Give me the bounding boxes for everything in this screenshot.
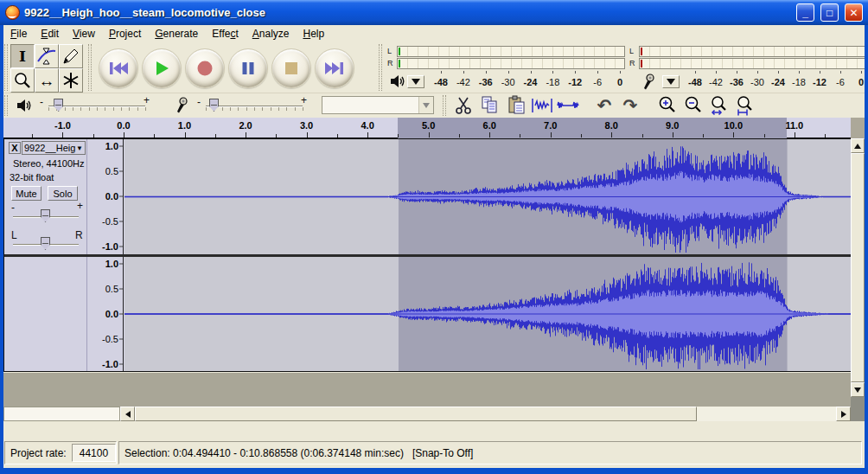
track-area: X 9922__Heig▼ Stereo, 44100Hz 32-bit flo… [3, 138, 851, 372]
vruler-tick [119, 339, 123, 340]
ruler-tick [337, 134, 338, 138]
edit-fit-selection-button[interactable] [707, 94, 731, 116]
gain-slider-thumb[interactable] [41, 209, 50, 222]
hscroll-thumb[interactable] [135, 407, 697, 421]
menu-effect[interactable]: Effect [205, 26, 245, 42]
minimize-button[interactable]: _ [796, 3, 814, 22]
tool-multi-tool[interactable] [59, 68, 83, 93]
scroll-up-button[interactable] [851, 138, 865, 153]
menu-help[interactable]: Help [296, 26, 331, 42]
window-border-left [0, 25, 3, 474]
edit-silence-button[interactable] [556, 94, 580, 116]
ruler-label: -1.0 [54, 120, 71, 131]
project-rate-value[interactable]: 44100 [72, 444, 116, 462]
menu-generate[interactable]: Generate [148, 26, 205, 42]
meter-input-dropdown[interactable] [662, 75, 680, 88]
menu-file[interactable]: File [3, 26, 34, 42]
vertical-scrollbar[interactable] [851, 138, 865, 397]
edit-cut-button[interactable] [451, 94, 475, 116]
menu-project[interactable]: Project [102, 26, 148, 42]
meter-output-dropdown[interactable] [407, 75, 424, 88]
vscroll-thumb[interactable] [851, 153, 865, 382]
scroll-down-button[interactable] [851, 382, 865, 397]
ruler-label: 7.0 [544, 120, 557, 131]
toolbar-grip[interactable] [379, 44, 382, 91]
mute-button[interactable]: Mute [11, 186, 41, 201]
menu-view[interactable]: View [66, 26, 102, 42]
edit-redo-button[interactable]: ↷ [618, 94, 642, 116]
meter-input-L-label: L [629, 47, 634, 55]
edit-fit-project-button[interactable] [733, 94, 757, 116]
tool-selection-tool[interactable]: I [10, 44, 35, 68]
edit-paste-button[interactable] [505, 94, 529, 116]
tool-draw-tool[interactable] [59, 44, 83, 68]
db-label: 0 [858, 77, 864, 87]
ruler-label: 2.0 [239, 120, 252, 131]
db-tick [716, 71, 717, 74]
track-title-menu[interactable]: 9922__Heig▼ [22, 141, 86, 155]
transport-record-button[interactable] [185, 48, 225, 88]
close-button[interactable]: ✕ [845, 3, 863, 22]
ruler-tick [611, 132, 612, 138]
db-tick [597, 71, 598, 74]
horizontal-scrollbar[interactable] [3, 407, 865, 421]
edit-zoom-in-button[interactable] [655, 94, 680, 116]
maximize-button[interactable]: □ [820, 3, 839, 22]
edit-zoom-out-button[interactable] [681, 94, 705, 116]
scrollbar-corner [851, 397, 865, 421]
up-arrow-icon [854, 144, 861, 149]
input-volume-slider-thumb[interactable] [209, 99, 219, 112]
waveform-left-channel[interactable] [124, 139, 851, 254]
transport-play-button[interactable] [142, 48, 182, 88]
transport-rewind-button[interactable] [99, 48, 138, 88]
scroll-right-button[interactable] [836, 407, 851, 421]
timeline-ruler[interactable]: -1.00.01.02.03.04.05.06.07.08.09.010.011… [3, 118, 851, 138]
window-border-right [865, 25, 868, 474]
dropdown-arrow-icon [423, 103, 430, 108]
pan-slider-thumb[interactable] [41, 237, 50, 250]
hscroll-trough[interactable] [697, 407, 836, 421]
toolbar-grip[interactable] [4, 44, 8, 91]
tool-envelope-tool[interactable] [35, 44, 59, 68]
slider-tick [262, 107, 263, 111]
menu-analyze[interactable]: Analyze [246, 26, 297, 42]
vruler-label: 0.5 [105, 166, 118, 176]
toolbar-grip[interactable] [88, 44, 92, 91]
toolbar-grip[interactable] [4, 95, 8, 116]
microphone-icon [175, 97, 188, 114]
stop-icon [281, 58, 302, 79]
pause-icon [238, 58, 258, 79]
slider-tick [271, 107, 271, 111]
transport-forward-button[interactable] [315, 48, 354, 88]
db-tick [486, 71, 487, 74]
edit-copy-button[interactable] [478, 94, 502, 116]
waveform-right-channel[interactable] [124, 257, 851, 371]
menubar: FileEditViewProjectGenerateEffectAnalyze… [3, 25, 865, 42]
down-arrow-icon [854, 388, 861, 393]
window-title: 9922__Heigh_hoo__steam_locomotive_close [24, 6, 790, 19]
ruler-tick [185, 132, 186, 138]
track-close-button[interactable]: X [9, 142, 21, 154]
vruler-label: 0.5 [105, 284, 118, 294]
transport-stop-button[interactable] [271, 48, 311, 88]
solo-button[interactable]: Solo [48, 186, 78, 201]
tool-timeshift-tool[interactable]: ↔ [35, 68, 59, 93]
slider-tick [303, 107, 303, 111]
combo-arrow[interactable] [418, 97, 433, 113]
forward-icon [323, 58, 346, 79]
ruler-tick [733, 132, 734, 138]
edit-trim-button[interactable] [530, 94, 554, 116]
tool-zoom-tool[interactable] [10, 68, 35, 93]
ruler-tick [124, 132, 124, 138]
edit-undo-button[interactable]: ↶ [592, 94, 616, 116]
toolbar-grip[interactable] [443, 95, 446, 116]
meter-output-L-bar [397, 46, 625, 57]
output-volume-slider-thumb[interactable] [54, 99, 63, 112]
menu-edit[interactable]: Edit [34, 26, 66, 42]
track-bitdepth: 32-bit float [10, 172, 54, 183]
scroll-left-button[interactable] [120, 407, 135, 421]
input-device-select[interactable] [322, 96, 434, 114]
db-label: -18 [546, 77, 559, 87]
microphone-icon [641, 74, 655, 91]
transport-pause-button[interactable] [228, 48, 268, 88]
